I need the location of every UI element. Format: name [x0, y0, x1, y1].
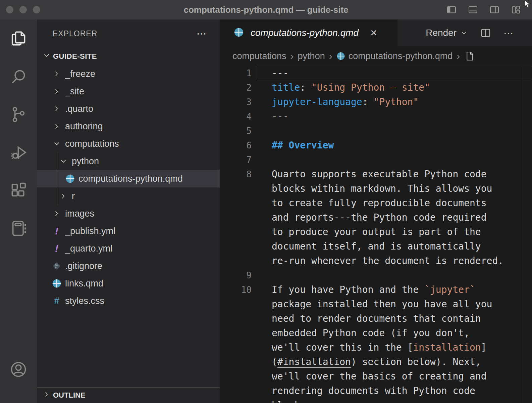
- code-line[interactable]: we'll cover this in the [installation]: [220, 340, 532, 355]
- tree-item--freeze[interactable]: _freeze: [37, 65, 220, 83]
- outline-section-header[interactable]: OUTLINE: [37, 388, 220, 403]
- line-number[interactable]: 7: [220, 155, 252, 165]
- tree-item-label: _site: [65, 86, 84, 97]
- tab-computations-python[interactable]: computations-python.qmd ✕: [220, 19, 397, 46]
- tree-item-python[interactable]: python: [37, 152, 220, 170]
- activity-notebook-button[interactable]: [0, 209, 37, 247]
- code-line[interactable]: and reports---the Python code required: [220, 210, 532, 225]
- explorer-more-actions-button[interactable]: ⋯: [197, 32, 208, 35]
- code-line[interactable]: 4 ---: [220, 109, 532, 124]
- line-number[interactable]: 2: [220, 83, 252, 93]
- tree-item-links-qmd[interactable]: links.qmd: [37, 275, 220, 292]
- tab-label: computations-python.qmd: [251, 28, 359, 38]
- tree-item--quarto-yml[interactable]: ! _quarto.yml: [37, 240, 220, 257]
- code-line[interactable]: 7: [220, 152, 532, 167]
- line-number[interactable]: 6: [220, 140, 252, 150]
- code-token: embedded Python code (if you don't,: [272, 327, 470, 339]
- code-line[interactable]: rendering documents with Python code: [220, 384, 532, 398]
- tree-item-computations-python-qmd[interactable]: computations-python.qmd: [37, 170, 220, 187]
- code-line[interactable]: blocks.: [220, 398, 532, 403]
- code-line[interactable]: 3 jupyter-language: "Python": [220, 95, 532, 109]
- code-line[interactable]: package installed then you have all you: [220, 297, 532, 311]
- line-number[interactable]: 8: [220, 169, 252, 179]
- editor-more-actions-button[interactable]: ⋯: [503, 27, 515, 39]
- code-token: "Python": [373, 96, 419, 107]
- code-line[interactable]: to create fully reproducible documents: [220, 196, 532, 210]
- yaml-file-icon: !: [51, 243, 62, 254]
- breadcrumb-item[interactable]: computations: [232, 51, 286, 61]
- activity-run-debug-button[interactable]: [0, 133, 37, 171]
- activity-source-control-button[interactable]: [0, 95, 37, 133]
- code-line[interactable]: embedded Python code (if you don't,: [220, 326, 532, 340]
- line-number[interactable]: 5: [220, 126, 252, 136]
- code-line-content: ---: [252, 111, 289, 122]
- customize-layout-icon[interactable]: [511, 4, 521, 15]
- code-line[interactable]: 6 ## Overview: [220, 138, 532, 152]
- line-number[interactable]: 1: [220, 68, 252, 78]
- tree-item-r[interactable]: r: [37, 187, 220, 205]
- tree-item-label: r: [72, 191, 75, 202]
- split-editor-button[interactable]: [480, 27, 491, 39]
- code-editor[interactable]: 1 --- 2 title: "Using Python — site" 3 j…: [220, 66, 532, 403]
- minimize-window-button[interactable]: [19, 6, 27, 13]
- indent-guide: [58, 152, 58, 170]
- breadcrumb-item[interactable]: computations-python.qmd: [336, 51, 453, 61]
- editor-group: computations-python.qmd ✕ Render ⋯ compu…: [220, 19, 532, 403]
- toggle-secondary-sidebar-icon[interactable]: [489, 4, 500, 15]
- breadcrumb-item[interactable]: python: [298, 51, 325, 61]
- activity-spacer: [0, 247, 37, 350]
- code-line[interactable]: 5: [220, 124, 532, 138]
- activity-settings-gear-button[interactable]: [0, 388, 37, 403]
- code-token: installation: [413, 342, 481, 353]
- tree-item-styles-css[interactable]: # styles.css: [37, 292, 220, 310]
- line-number[interactable]: 10: [220, 285, 252, 295]
- code-line-content: package installed then you have all you: [252, 299, 492, 310]
- code-line[interactable]: 8 Quarto supports executable Python code: [220, 167, 532, 181]
- code-token: title: [272, 82, 300, 93]
- line-number[interactable]: 3: [220, 97, 252, 107]
- tree-item-computations[interactable]: computations: [37, 135, 220, 152]
- workspace-section-header[interactable]: GUIDE-SITE: [37, 48, 220, 65]
- activity-bar: [0, 19, 37, 403]
- breadcrumb-item[interactable]: [464, 50, 475, 62]
- code-token: we'll cover this in the: [272, 342, 408, 353]
- activity-explorer-button[interactable]: [0, 19, 37, 57]
- mouse-cursor-icon: [523, 0, 531, 9]
- code-token: #installation: [277, 356, 351, 367]
- activity-extensions-button[interactable]: [0, 171, 37, 209]
- tree-item-authoring[interactable]: authoring: [37, 118, 220, 135]
- code-line[interactable]: 10 If you have Python and the `jupyter`: [220, 282, 532, 297]
- tree-item--gitignore[interactable]: .gitignore: [37, 257, 220, 275]
- line-number[interactable]: 4: [220, 111, 252, 122]
- render-button[interactable]: Render: [426, 28, 468, 38]
- code-line[interactable]: re-run whenever the document is rendered…: [220, 254, 532, 268]
- tree-item--site[interactable]: _site: [37, 83, 220, 100]
- file-icon: [464, 50, 475, 62]
- zoom-window-button[interactable]: [33, 6, 40, 13]
- activity-account-button[interactable]: [0, 350, 37, 388]
- code-line[interactable]: (#installation) section below). Next,: [220, 355, 532, 369]
- code-token: ---: [272, 111, 289, 122]
- code-line[interactable]: 2 title: "Using Python — site": [220, 80, 532, 95]
- tree-item-images[interactable]: images: [37, 205, 220, 222]
- close-tab-button[interactable]: ✕: [370, 28, 377, 38]
- code-line[interactable]: document itself, and is automatically: [220, 239, 532, 254]
- code-line[interactable]: we'll cover the basics of creating and: [220, 369, 532, 384]
- code-line[interactable]: need to render documents that contain: [220, 311, 532, 326]
- explorer-sidebar: EXPLORER ⋯ GUIDE-SITE _freeze _site .qua…: [37, 19, 220, 403]
- window-controls: [6, 6, 40, 13]
- code-line-content: to create fully reproducible documents: [252, 197, 487, 209]
- code-line[interactable]: blocks within markdown. This allows you: [220, 181, 532, 196]
- tree-item--publish-yml[interactable]: ! _publish.yml: [37, 222, 220, 240]
- close-window-button[interactable]: [6, 6, 13, 13]
- toggle-panel-icon[interactable]: [468, 4, 478, 15]
- line-number[interactable]: 9: [220, 270, 252, 280]
- activity-search-button[interactable]: [0, 57, 37, 95]
- code-line[interactable]: to produce your output is part of the: [220, 225, 532, 239]
- breadcrumb-label: computations-python.qmd: [349, 51, 453, 61]
- tree-item-label: authoring: [65, 121, 103, 132]
- code-line[interactable]: 1 ---: [220, 66, 532, 80]
- tree-item--quarto[interactable]: .quarto: [37, 100, 220, 118]
- toggle-primary-sidebar-icon[interactable]: [446, 4, 457, 15]
- code-line[interactable]: 9: [220, 268, 532, 282]
